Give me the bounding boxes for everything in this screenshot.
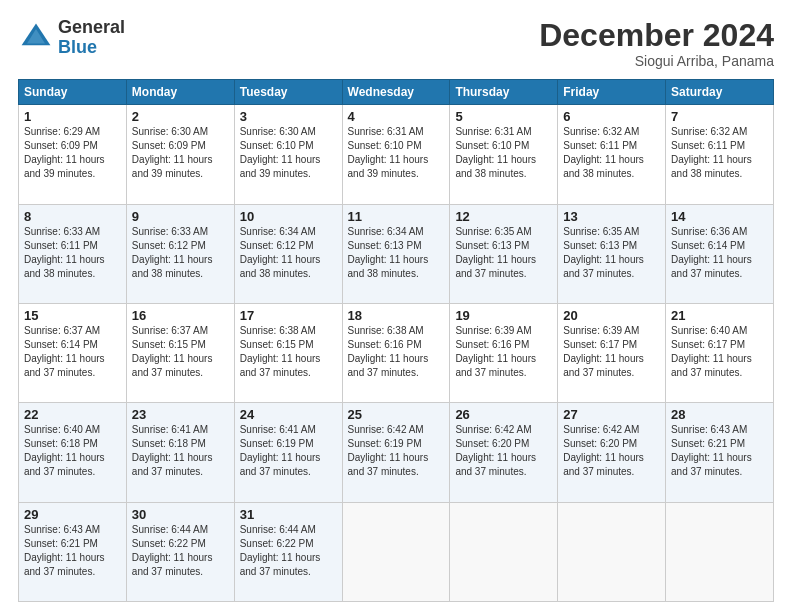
day-number: 6: [563, 109, 660, 124]
table-cell: 25 Sunrise: 6:42 AM Sunset: 6:19 PM Dayl…: [342, 403, 450, 502]
table-cell: 11 Sunrise: 6:34 AM Sunset: 6:13 PM Dayl…: [342, 204, 450, 303]
col-friday: Friday: [558, 80, 666, 105]
day-number: 28: [671, 407, 768, 422]
day-info: Sunrise: 6:36 AM Sunset: 6:14 PM Dayligh…: [671, 225, 768, 281]
table-cell: 22 Sunrise: 6:40 AM Sunset: 6:18 PM Dayl…: [19, 403, 127, 502]
day-number: 2: [132, 109, 229, 124]
table-cell: 28 Sunrise: 6:43 AM Sunset: 6:21 PM Dayl…: [666, 403, 774, 502]
table-cell: 16 Sunrise: 6:37 AM Sunset: 6:15 PM Dayl…: [126, 303, 234, 402]
table-cell: 26 Sunrise: 6:42 AM Sunset: 6:20 PM Dayl…: [450, 403, 558, 502]
table-cell: 30 Sunrise: 6:44 AM Sunset: 6:22 PM Dayl…: [126, 502, 234, 601]
day-info: Sunrise: 6:31 AM Sunset: 6:10 PM Dayligh…: [455, 125, 552, 181]
table-cell: 14 Sunrise: 6:36 AM Sunset: 6:14 PM Dayl…: [666, 204, 774, 303]
day-number: 24: [240, 407, 337, 422]
table-cell: [342, 502, 450, 601]
day-info: Sunrise: 6:30 AM Sunset: 6:10 PM Dayligh…: [240, 125, 337, 181]
day-number: 31: [240, 507, 337, 522]
day-info: Sunrise: 6:37 AM Sunset: 6:15 PM Dayligh…: [132, 324, 229, 380]
day-info: Sunrise: 6:33 AM Sunset: 6:11 PM Dayligh…: [24, 225, 121, 281]
header: General Blue December 2024 Siogui Arriba…: [18, 18, 774, 69]
table-cell: 13 Sunrise: 6:35 AM Sunset: 6:13 PM Dayl…: [558, 204, 666, 303]
table-cell: [666, 502, 774, 601]
table-cell: 12 Sunrise: 6:35 AM Sunset: 6:13 PM Dayl…: [450, 204, 558, 303]
col-saturday: Saturday: [666, 80, 774, 105]
page: General Blue December 2024 Siogui Arriba…: [0, 0, 792, 612]
day-info: Sunrise: 6:34 AM Sunset: 6:13 PM Dayligh…: [348, 225, 445, 281]
table-cell: 29 Sunrise: 6:43 AM Sunset: 6:21 PM Dayl…: [19, 502, 127, 601]
day-number: 25: [348, 407, 445, 422]
day-info: Sunrise: 6:29 AM Sunset: 6:09 PM Dayligh…: [24, 125, 121, 181]
logo-text: General Blue: [58, 18, 125, 58]
day-info: Sunrise: 6:44 AM Sunset: 6:22 PM Dayligh…: [132, 523, 229, 579]
col-tuesday: Tuesday: [234, 80, 342, 105]
day-number: 16: [132, 308, 229, 323]
day-info: Sunrise: 6:39 AM Sunset: 6:16 PM Dayligh…: [455, 324, 552, 380]
logo-general: General: [58, 18, 125, 38]
calendar-header-row: Sunday Monday Tuesday Wednesday Thursday…: [19, 80, 774, 105]
day-info: Sunrise: 6:40 AM Sunset: 6:17 PM Dayligh…: [671, 324, 768, 380]
day-info: Sunrise: 6:38 AM Sunset: 6:15 PM Dayligh…: [240, 324, 337, 380]
day-number: 21: [671, 308, 768, 323]
day-info: Sunrise: 6:39 AM Sunset: 6:17 PM Dayligh…: [563, 324, 660, 380]
day-number: 1: [24, 109, 121, 124]
day-info: Sunrise: 6:42 AM Sunset: 6:20 PM Dayligh…: [455, 423, 552, 479]
table-cell: 4 Sunrise: 6:31 AM Sunset: 6:10 PM Dayli…: [342, 105, 450, 204]
day-number: 8: [24, 209, 121, 224]
logo-icon: [18, 20, 54, 56]
day-number: 23: [132, 407, 229, 422]
day-info: Sunrise: 6:32 AM Sunset: 6:11 PM Dayligh…: [563, 125, 660, 181]
day-number: 12: [455, 209, 552, 224]
day-info: Sunrise: 6:37 AM Sunset: 6:14 PM Dayligh…: [24, 324, 121, 380]
table-cell: 6 Sunrise: 6:32 AM Sunset: 6:11 PM Dayli…: [558, 105, 666, 204]
day-number: 30: [132, 507, 229, 522]
day-number: 4: [348, 109, 445, 124]
col-wednesday: Wednesday: [342, 80, 450, 105]
day-info: Sunrise: 6:42 AM Sunset: 6:19 PM Dayligh…: [348, 423, 445, 479]
day-info: Sunrise: 6:43 AM Sunset: 6:21 PM Dayligh…: [671, 423, 768, 479]
day-number: 19: [455, 308, 552, 323]
table-cell: [558, 502, 666, 601]
table-cell: 19 Sunrise: 6:39 AM Sunset: 6:16 PM Dayl…: [450, 303, 558, 402]
day-info: Sunrise: 6:33 AM Sunset: 6:12 PM Dayligh…: [132, 225, 229, 281]
day-info: Sunrise: 6:41 AM Sunset: 6:19 PM Dayligh…: [240, 423, 337, 479]
day-info: Sunrise: 6:34 AM Sunset: 6:12 PM Dayligh…: [240, 225, 337, 281]
day-number: 20: [563, 308, 660, 323]
day-number: 26: [455, 407, 552, 422]
table-cell: 2 Sunrise: 6:30 AM Sunset: 6:09 PM Dayli…: [126, 105, 234, 204]
day-number: 10: [240, 209, 337, 224]
col-monday: Monday: [126, 80, 234, 105]
table-cell: 10 Sunrise: 6:34 AM Sunset: 6:12 PM Dayl…: [234, 204, 342, 303]
day-number: 18: [348, 308, 445, 323]
table-cell: 1 Sunrise: 6:29 AM Sunset: 6:09 PM Dayli…: [19, 105, 127, 204]
table-cell: 31 Sunrise: 6:44 AM Sunset: 6:22 PM Dayl…: [234, 502, 342, 601]
table-cell: 20 Sunrise: 6:39 AM Sunset: 6:17 PM Dayl…: [558, 303, 666, 402]
table-cell: 21 Sunrise: 6:40 AM Sunset: 6:17 PM Dayl…: [666, 303, 774, 402]
table-cell: 5 Sunrise: 6:31 AM Sunset: 6:10 PM Dayli…: [450, 105, 558, 204]
calendar-table: Sunday Monday Tuesday Wednesday Thursday…: [18, 79, 774, 602]
day-info: Sunrise: 6:35 AM Sunset: 6:13 PM Dayligh…: [455, 225, 552, 281]
table-cell: 24 Sunrise: 6:41 AM Sunset: 6:19 PM Dayl…: [234, 403, 342, 502]
logo: General Blue: [18, 18, 125, 58]
day-info: Sunrise: 6:38 AM Sunset: 6:16 PM Dayligh…: [348, 324, 445, 380]
title-block: December 2024 Siogui Arriba, Panama: [539, 18, 774, 69]
day-info: Sunrise: 6:40 AM Sunset: 6:18 PM Dayligh…: [24, 423, 121, 479]
day-number: 9: [132, 209, 229, 224]
col-sunday: Sunday: [19, 80, 127, 105]
day-number: 7: [671, 109, 768, 124]
logo-blue: Blue: [58, 38, 125, 58]
day-number: 15: [24, 308, 121, 323]
table-cell: 8 Sunrise: 6:33 AM Sunset: 6:11 PM Dayli…: [19, 204, 127, 303]
day-number: 13: [563, 209, 660, 224]
day-info: Sunrise: 6:32 AM Sunset: 6:11 PM Dayligh…: [671, 125, 768, 181]
table-cell: 9 Sunrise: 6:33 AM Sunset: 6:12 PM Dayli…: [126, 204, 234, 303]
day-info: Sunrise: 6:35 AM Sunset: 6:13 PM Dayligh…: [563, 225, 660, 281]
day-info: Sunrise: 6:43 AM Sunset: 6:21 PM Dayligh…: [24, 523, 121, 579]
table-cell: 18 Sunrise: 6:38 AM Sunset: 6:16 PM Dayl…: [342, 303, 450, 402]
table-cell: [450, 502, 558, 601]
day-info: Sunrise: 6:41 AM Sunset: 6:18 PM Dayligh…: [132, 423, 229, 479]
day-number: 3: [240, 109, 337, 124]
day-info: Sunrise: 6:42 AM Sunset: 6:20 PM Dayligh…: [563, 423, 660, 479]
location: Siogui Arriba, Panama: [539, 53, 774, 69]
month-title: December 2024: [539, 18, 774, 53]
day-info: Sunrise: 6:44 AM Sunset: 6:22 PM Dayligh…: [240, 523, 337, 579]
